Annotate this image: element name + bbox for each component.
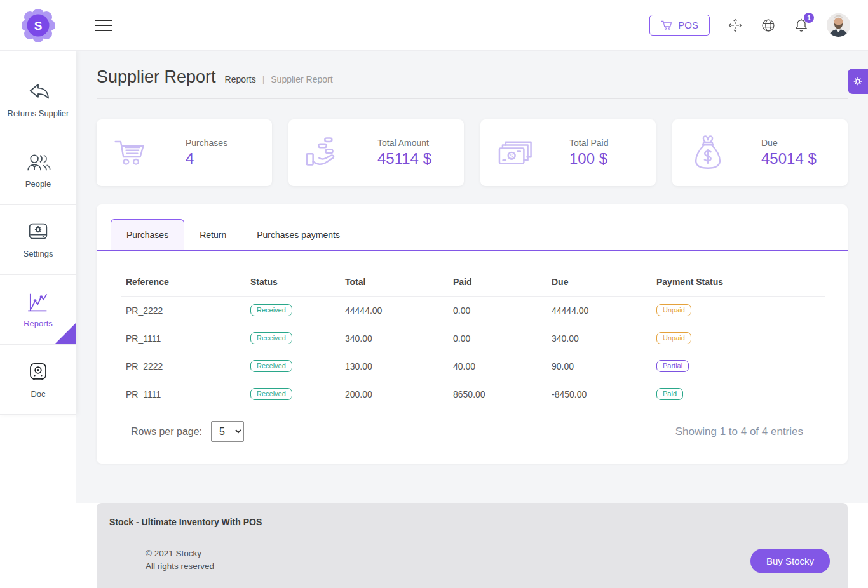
sidebar-item-returns-supplier[interactable]: Returns Supplier	[0, 65, 76, 135]
status-badge: Received	[250, 304, 292, 316]
rows-per-page-label: Rows per page:	[131, 426, 202, 438]
menu-toggle-icon[interactable]	[95, 16, 112, 35]
stat-value: 45014 $	[761, 150, 817, 168]
tab-purchases[interactable]: Purchases	[111, 219, 184, 250]
tabs: Purchases Return Purchases payments	[97, 204, 848, 251]
buy-stocky-button[interactable]: Buy Stocky	[750, 549, 830, 573]
svg-text:$: $	[510, 152, 514, 159]
payment-status-badge: Partial	[656, 360, 689, 372]
sidebar-item-people[interactable]: People	[0, 135, 76, 205]
stat-card-purchases: Purchases 4	[97, 119, 272, 186]
return-arrow-icon	[25, 83, 51, 103]
cell-reference: PR_2222	[121, 297, 245, 324]
theme-settings-button[interactable]	[848, 69, 868, 94]
tab-return[interactable]: Return	[184, 220, 241, 250]
banknotes-icon: $	[496, 137, 536, 169]
sidebar-spacer	[0, 51, 76, 65]
cell-due: 44444.00	[546, 297, 651, 324]
status-badge: Received	[250, 360, 292, 372]
gear-icon	[852, 76, 864, 87]
col-total: Total	[340, 271, 448, 297]
cell-paid: 0.00	[448, 324, 546, 352]
stat-label: Due	[761, 138, 817, 148]
doc-robot-icon	[26, 361, 50, 384]
cell-total: 340.00	[340, 324, 448, 352]
sidebar-item-settings[interactable]: Settings	[0, 205, 76, 275]
table-row[interactable]: PR_1111 Received 340.00 0.00 340.00 Unpa…	[121, 324, 825, 352]
breadcrumb-separator: |	[262, 74, 265, 84]
breadcrumb: Reports | Supplier Report	[225, 74, 333, 84]
notification-badge: 1	[804, 13, 814, 23]
sidebar-item-reports[interactable]: Reports	[0, 275, 76, 345]
table-header-row: Reference Status Total Paid Due Payment …	[121, 271, 825, 297]
table-row[interactable]: PR_2222 Received 130.00 40.00 90.00 Part…	[121, 352, 825, 380]
stat-card-total-paid: $ Total Paid 100 $	[480, 119, 656, 186]
sidebar-item-label: Returns Supplier	[8, 109, 69, 118]
footer-rights: All rights reserved	[146, 560, 214, 573]
status-badge: Received	[250, 388, 292, 400]
table-row[interactable]: PR_1111 Received 200.00 8650.00 -8450.00…	[121, 380, 825, 408]
sidebar: Returns Supplier People Settings	[0, 51, 76, 415]
stat-card-due: Due 45014 $	[672, 119, 848, 186]
payment-status-badge: Unpaid	[656, 304, 691, 316]
showing-entries-text: Showing 1 to 4 of 4 entries	[675, 425, 803, 438]
active-corner-triangle	[55, 323, 76, 344]
cart-icon	[112, 138, 153, 168]
language-button[interactable]	[761, 18, 776, 33]
user-avatar[interactable]	[827, 13, 850, 37]
col-payment-status: Payment Status	[651, 271, 825, 297]
stat-label: Total Paid	[569, 138, 608, 148]
breadcrumb-parent[interactable]: Reports	[225, 74, 256, 84]
sidebar-item-doc[interactable]: Doc	[0, 345, 76, 415]
settings-drive-icon	[26, 222, 50, 243]
cell-due: 90.00	[546, 352, 651, 380]
cell-total: 130.00	[340, 352, 448, 380]
sidebar-item-label: People	[25, 179, 51, 189]
payment-status-badge: Paid	[656, 388, 683, 400]
cell-reference: PR_1111	[121, 380, 245, 408]
table-row[interactable]: PR_2222 Received 44444.00 0.00 44444.00 …	[121, 297, 825, 324]
footer-title: Stock - Ultimate Inventory With POS	[109, 517, 835, 527]
money-bag-icon	[688, 135, 728, 171]
reports-chart-icon	[25, 291, 51, 313]
rows-per-page-select[interactable]: 5	[211, 421, 244, 442]
cart-icon	[661, 20, 673, 30]
stat-cards: Purchases 4 Total Amount 45114 $	[97, 119, 848, 186]
cell-total: 200.00	[340, 380, 448, 408]
footer-copyright: © 2021 Stocky	[146, 547, 214, 560]
people-icon	[25, 152, 51, 173]
notifications-button[interactable]: 1	[794, 17, 809, 33]
logo-letter: S	[34, 19, 43, 32]
stat-value: 4	[186, 150, 227, 168]
stat-value: 45114 $	[377, 150, 431, 168]
footer: Stock - Ultimate Inventory With POS © 20…	[97, 503, 848, 588]
purchases-table: Reference Status Total Paid Due Payment …	[121, 271, 825, 408]
page-title: Supplier Report	[97, 67, 216, 87]
fullscreen-button[interactable]	[728, 18, 743, 33]
tab-purchases-payments[interactable]: Purchases payments	[241, 220, 355, 250]
footer-divider	[109, 537, 835, 537]
hand-coins-icon	[304, 137, 344, 170]
sidebar-item-label: Settings	[24, 249, 53, 258]
cell-reference: PR_1111	[121, 324, 245, 352]
pos-button[interactable]: POS	[649, 15, 710, 36]
cell-paid: 0.00	[448, 297, 546, 324]
expand-arrows-icon	[728, 18, 743, 33]
status-badge: Received	[250, 332, 292, 344]
pos-button-label: POS	[678, 20, 698, 30]
app-logo[interactable]: S	[22, 9, 55, 42]
stat-label: Purchases	[186, 138, 227, 148]
header-divider	[97, 98, 848, 99]
stat-card-total-amount: Total Amount 45114 $	[288, 119, 464, 186]
pagination-bar: Rows per page: 5 Showing 1 to 4 of 4 ent…	[131, 421, 803, 442]
sidebar-item-label: Reports	[24, 319, 53, 328]
col-reference: Reference	[121, 271, 245, 297]
cell-reference: PR_2222	[121, 352, 245, 380]
cell-paid: 8650.00	[448, 380, 546, 408]
report-panel: Purchases Return Purchases payments Refe…	[97, 204, 848, 464]
breadcrumb-current: Supplier Report	[271, 74, 332, 84]
cell-total: 44444.00	[340, 297, 448, 324]
sidebar-item-label: Doc	[31, 389, 45, 399]
stat-value: 100 $	[569, 150, 608, 168]
payment-status-badge: Unpaid	[656, 332, 691, 344]
